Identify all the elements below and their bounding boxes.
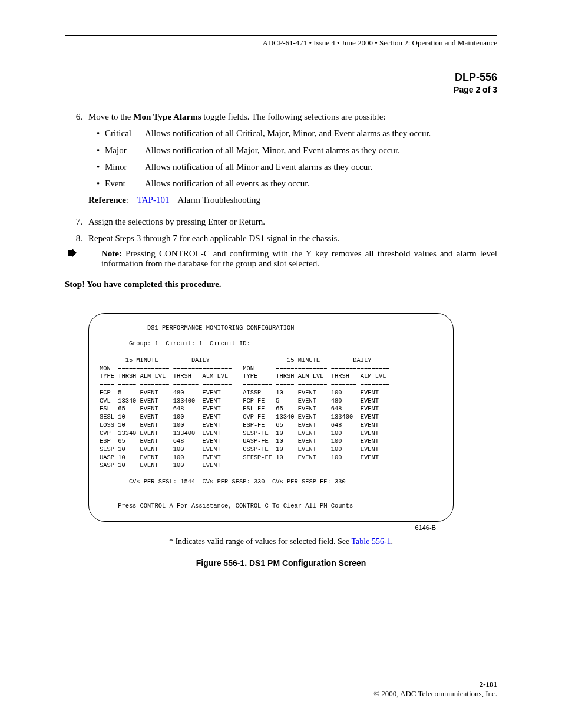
reference-label: Reference bbox=[88, 195, 126, 205]
step-8-number: 8. bbox=[65, 232, 88, 244]
bullet-dot-icon: • bbox=[97, 177, 105, 189]
svg-marker-0 bbox=[68, 249, 77, 257]
header-rule bbox=[65, 35, 497, 36]
note-content: Note: Pressing CONTROL-C and confirming … bbox=[92, 249, 497, 269]
reference-link[interactable]: TAP-101 bbox=[137, 195, 170, 205]
step-6-suffix: toggle fields. The following selections … bbox=[201, 112, 386, 121]
step-8: 8. Repeat Steps 3 through 7 for each app… bbox=[65, 232, 497, 244]
stop-line: Stop! You have completed this procedure. bbox=[65, 279, 497, 289]
bullet-list: • Critical Allows notification of all Cr… bbox=[88, 127, 497, 189]
footer-page-number: 2-181 bbox=[373, 680, 497, 689]
note-row: Note: Pressing CONTROL-C and confirming … bbox=[65, 249, 497, 269]
bullet-desc: Allows notification of all Major, Minor,… bbox=[145, 144, 497, 156]
note-text: Pressing CONTROL-C and confirming with t… bbox=[101, 249, 497, 268]
footer: 2-181 © 2000, ADC Telecommunications, In… bbox=[373, 680, 497, 699]
figure-note-prefix: * Indicates valid range of values for se… bbox=[169, 537, 352, 546]
figure-note-link[interactable]: Table 556-1 bbox=[352, 537, 391, 546]
terminal-screen: DS1 PERFORMANCE MONITORING CONFIGURATION… bbox=[88, 313, 454, 522]
step-6: 6. Move to the Mon Type Alarms toggle fi… bbox=[65, 111, 497, 211]
step-6-content: Move to the Mon Type Alarms toggle field… bbox=[88, 111, 497, 211]
note-label: Note: bbox=[101, 249, 122, 258]
bullet-label: Event bbox=[105, 177, 145, 189]
bullet-desc: Allows notification of all Minor and Eve… bbox=[145, 161, 497, 173]
bullet-major: • Major Allows notification of all Major… bbox=[88, 144, 497, 156]
step-7-content: Assign the selections by pressing Enter … bbox=[88, 216, 497, 228]
bullet-label: Critical bbox=[105, 127, 145, 139]
bullet-desc: Allows notification of all events as the… bbox=[145, 177, 497, 189]
page-header: ADCP-61-471 • Issue 4 • June 2000 • Sect… bbox=[65, 38, 497, 48]
figure-caption: Figure 556-1. DS1 PM Configuration Scree… bbox=[65, 558, 497, 568]
bullet-event: • Event Allows notification of all event… bbox=[88, 177, 497, 189]
step-7-number: 7. bbox=[65, 216, 88, 228]
dlp-title: DLP-556 bbox=[65, 71, 497, 84]
bullet-dot-icon: • bbox=[97, 161, 105, 173]
step-7: 7. Assign the selections by pressing Ent… bbox=[65, 216, 497, 228]
step-8-content: Repeat Steps 3 through 7 for each applic… bbox=[88, 232, 497, 244]
bullet-dot-icon: • bbox=[97, 127, 105, 139]
arrow-icon bbox=[65, 249, 92, 269]
step-6-prefix: Move to the bbox=[88, 112, 133, 121]
step-6-bold: Mon Type Alarms bbox=[133, 112, 201, 121]
bullet-critical: • Critical Allows notification of all Cr… bbox=[88, 127, 497, 139]
footer-copyright: © 2000, ADC Telecommunications, Inc. bbox=[373, 689, 497, 699]
reference-text: Alarm Troubleshooting bbox=[178, 195, 260, 205]
bullet-dot-icon: • bbox=[97, 144, 105, 156]
reference-line: Reference: TAP-101 Alarm Troubleshooting bbox=[88, 194, 497, 206]
step-6-number: 6. bbox=[65, 111, 88, 211]
terminal-id: 6146-B bbox=[65, 524, 436, 531]
bullet-label: Major bbox=[105, 144, 145, 156]
bullet-minor: • Minor Allows notification of all Minor… bbox=[88, 161, 497, 173]
figure-note-suffix: . bbox=[391, 537, 394, 546]
bullet-label: Minor bbox=[105, 161, 145, 173]
bullet-desc: Allows notification of all Critical, Maj… bbox=[145, 127, 497, 139]
figure-note: * Indicates valid range of values for se… bbox=[65, 537, 497, 546]
page-label: Page 2 of 3 bbox=[65, 85, 497, 94]
